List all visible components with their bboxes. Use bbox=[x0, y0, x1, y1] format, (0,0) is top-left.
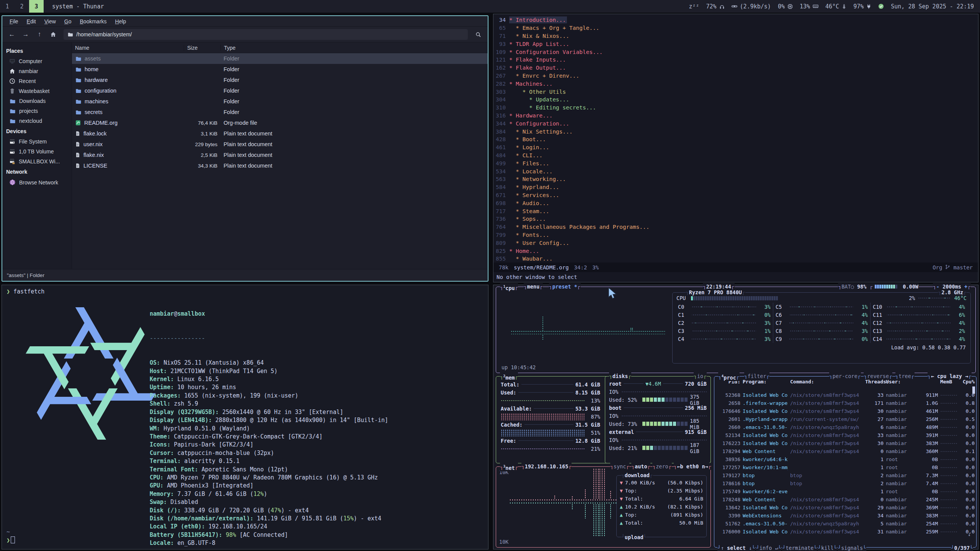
process-row-179127[interactable]: 179127btopbtop2nambiar7.3M0.0 bbox=[717, 471, 973, 479]
update-interval[interactable]: ┐- 2000ms +┌ bbox=[933, 283, 971, 290]
process-row-177257[interactable]: 177257kworker/10:1-mm_1root0B0.0 bbox=[717, 463, 973, 471]
sidebar-item-1-0-tb-volume[interactable]: 1,0 TB Volume bbox=[2, 147, 72, 156]
menu-go[interactable]: Go bbox=[61, 17, 75, 26]
file-row-machines[interactable]: machinesFolder bbox=[72, 96, 488, 107]
ff-line-terminal: Terminal: alacritty 0.15.1 bbox=[150, 457, 388, 465]
org-heading: * Locale... bbox=[509, 168, 554, 175]
filter-button[interactable]: ┐filter┌ bbox=[744, 373, 769, 380]
org-heading-line-698: 698* Audio... bbox=[496, 199, 977, 207]
sidebar-item-smallbox-wi-[interactable]: SMALLBOX Wi... bbox=[2, 156, 72, 166]
proc-col-threads[interactable]: Threads: bbox=[865, 379, 884, 390]
file-row-home[interactable]: homeFolder bbox=[72, 64, 488, 75]
sidebar-item-computer[interactable]: Computer bbox=[2, 56, 72, 66]
net-control-3[interactable]: ┐←b eth0 n→┌ bbox=[674, 463, 712, 470]
up-button[interactable]: ↑ bbox=[34, 29, 45, 40]
forward-button[interactable]: → bbox=[20, 29, 31, 40]
org-heading-line-71: 71* Nix & Nixos... bbox=[496, 32, 977, 40]
process-row-176646[interactable]: 176646Isolated Web Co/nix/store/sm8fmrf3… bbox=[717, 407, 973, 415]
sidebar-item-nambiar[interactable]: nambiar bbox=[2, 66, 72, 76]
menu-button[interactable]: ┐menu┌ bbox=[524, 283, 543, 290]
toolbar-home-icon bbox=[50, 31, 56, 37]
search-button[interactable] bbox=[472, 29, 484, 40]
file-row-configuration[interactable]: configurationFolder bbox=[72, 85, 488, 96]
git-branch: master bbox=[953, 264, 973, 271]
workspace-button-3[interactable]: 3 bbox=[29, 0, 44, 13]
net-control-0[interactable]: ┐sync┌ bbox=[610, 463, 629, 470]
process-row-51762[interactable]: 51762.emacs-31.0.50-/nix/store/wnqz5pa8r… bbox=[717, 520, 973, 528]
proc-control-tree[interactable]: ┐tree┌ bbox=[895, 373, 915, 380]
workspace-button-1[interactable]: 1 bbox=[0, 0, 15, 13]
proc-key-kill[interactable]: ┘kill└ bbox=[818, 545, 837, 551]
file-row-secrets[interactable]: secretsFolder bbox=[72, 107, 488, 117]
proc-key-info-[interactable]: ┘info ↵└ bbox=[756, 545, 781, 551]
file-row-user-nix[interactable]: user.nix229 bytesPlain text document bbox=[72, 139, 488, 150]
org-heading-line-736: 736* Sops... bbox=[496, 215, 977, 223]
proc-key-signals[interactable]: ┘signals└ bbox=[838, 545, 866, 551]
shell-prompt-current[interactable]: ~ ❯ bbox=[7, 528, 15, 544]
menu-help[interactable]: Help bbox=[112, 17, 130, 26]
line-number: 671 bbox=[496, 192, 506, 198]
net-control-1[interactable]: ┐auto┌ bbox=[631, 463, 650, 470]
scrollbar-thumb[interactable] bbox=[972, 386, 975, 394]
proc-col-memb[interactable]: MemB bbox=[940, 379, 958, 390]
load-average: Load avg: 0.58 0.38 0.77 bbox=[673, 344, 970, 351]
menu-view[interactable]: View bbox=[41, 17, 59, 26]
process-row-176000[interactable]: 176000Isolated Web Co/nix/store/sm8fmrf3… bbox=[717, 528, 973, 536]
process-row-178248[interactable]: 178248Web Content/nix/store/sm8fmrf3wps4… bbox=[717, 496, 973, 504]
process-row-2658[interactable]: 2658.firefox-wrappe/nix/store/sm8fmrf3wp… bbox=[717, 399, 973, 407]
file-row-flake-lock[interactable]: flake.lock3,1 KiBPlain text document bbox=[72, 128, 488, 139]
workspace-button-2[interactable]: 2 bbox=[15, 0, 29, 13]
sidebar-item-browse-network[interactable]: Browse Network bbox=[2, 177, 72, 187]
proc-col-user[interactable]: User: bbox=[886, 379, 916, 390]
sidebar-item-recent[interactable]: Recent bbox=[2, 76, 72, 86]
back-button[interactable]: ← bbox=[6, 29, 18, 40]
proc-key--select-[interactable]: ┘↑ select ↓└ bbox=[717, 545, 755, 551]
proc-control-reverse[interactable]: ┐reverse┌ bbox=[864, 373, 892, 380]
menu-file[interactable]: File bbox=[6, 17, 22, 26]
sidebar-item-nextcloud[interactable]: nextcloud bbox=[2, 116, 72, 126]
home-button[interactable] bbox=[47, 29, 59, 40]
sidebar-item-downloads[interactable]: Downloads bbox=[2, 96, 72, 106]
line-number: 534 bbox=[496, 168, 506, 174]
command-text: fastfetch bbox=[13, 288, 44, 295]
sort-selector[interactable]: ┐← cpu lazy →┌ bbox=[928, 373, 972, 380]
preset-button[interactable]: ┐preset *┌ bbox=[549, 283, 581, 290]
net-control-2[interactable]: ┐zero┌ bbox=[652, 463, 671, 470]
process-row-178616[interactable]: 178616btopbtop2nambiar7.4M0.0 bbox=[717, 479, 973, 487]
file-row-flake-nix[interactable]: flake.nix2,5 KiBPlain text document bbox=[72, 150, 488, 160]
process-row-175749[interactable]: 175749kworker/6:2-even1root0B0.0 bbox=[717, 487, 973, 496]
sidebar-item-projects[interactable]: projects bbox=[2, 106, 72, 116]
column-header-size[interactable]: Size bbox=[184, 45, 220, 51]
file-row-assets[interactable]: assetsFolder bbox=[72, 53, 488, 64]
process-row-52368[interactable]: 52368Isolated Web Co/nix/store/sm8fmrf3w… bbox=[717, 391, 973, 399]
org-heading: * Waubar... bbox=[509, 255, 554, 262]
file-row-readme-org[interactable]: README.org76,4 KiBOrg-mode file bbox=[72, 117, 488, 128]
proc-key-terminate[interactable]: ┘terminate└ bbox=[782, 545, 817, 551]
proc-control-per-core[interactable]: ┐per-core┌ bbox=[829, 373, 861, 380]
process-row-13642[interactable]: 13642Isolated Web Co/nix/store/sm8fmrf3w… bbox=[717, 504, 973, 512]
menu-bookmarks[interactable]: Bookmarks bbox=[77, 17, 110, 26]
menu-edit[interactable]: Edit bbox=[23, 17, 39, 26]
column-header-type[interactable]: Type bbox=[220, 45, 488, 51]
file-row-hardware[interactable]: hardwareFolder bbox=[72, 75, 488, 85]
terminal-window[interactable]: ❯ fastfetch nambiar@smallbox -----------… bbox=[2, 285, 488, 549]
network-value: (2.9kb/s) bbox=[740, 3, 771, 10]
sidebar-item-wastebasket[interactable]: Wastebasket bbox=[2, 86, 72, 96]
process-row-178294[interactable]: 178294Web Content/nix/store/sm8fmrf3wps4… bbox=[717, 447, 973, 455]
file-row-license[interactable]: LICENSE34,3 KiBPlain text document bbox=[72, 160, 488, 171]
sidebar-item-file-system[interactable]: File System bbox=[2, 137, 72, 147]
file-folder-icon bbox=[75, 88, 82, 94]
proc-col-program[interactable]: Program: bbox=[743, 379, 788, 390]
terminal-cursor bbox=[11, 536, 15, 543]
disk-root: root▼4.6M720 GiB bbox=[609, 380, 707, 388]
proc-col-command[interactable]: Command: bbox=[790, 379, 863, 390]
org-heading-line-855: 855* Waubar... bbox=[496, 255, 977, 263]
process-row-2660[interactable]: 2660.emacs-31.0.50-/nix/store/wnqz5pa8ra… bbox=[717, 423, 973, 431]
column-header-name[interactable]: Name bbox=[72, 45, 184, 51]
process-row-2601[interactable]: 2601.Hyprland-wrapp/run/current-system/s… bbox=[717, 415, 973, 423]
path-bar[interactable]: /home/nambiar/system/ bbox=[64, 29, 468, 40]
process-row-3390[interactable]: 3390WebExtensions/nix/store/sm8fmrf3wps4… bbox=[717, 512, 973, 520]
process-row-38936[interactable]: 38936kworker/u64:6-kc1root0B0.0 bbox=[717, 455, 973, 463]
process-row-52134[interactable]: 52134Isolated Web Co/nix/store/sm8fmrf3w… bbox=[717, 431, 973, 439]
process-row-176223[interactable]: 176223Isolated Web Co/nix/store/sm8fmrf3… bbox=[717, 439, 973, 447]
